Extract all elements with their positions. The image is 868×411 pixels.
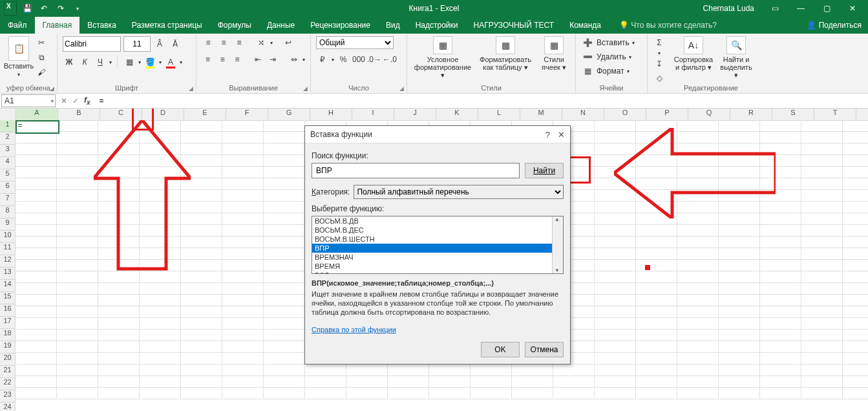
user-name[interactable]: Chernata Luda (703, 4, 754, 13)
cell[interactable] (801, 306, 843, 318)
cell[interactable] (843, 341, 868, 353)
dialog-titlebar[interactable]: Вставка функции ? ✕ (305, 126, 570, 143)
cell[interactable] (98, 271, 140, 283)
increase-decimal-icon[interactable]: .0→ (368, 53, 381, 66)
cell[interactable] (843, 155, 868, 167)
decrease-font-icon[interactable]: Ǎ (169, 37, 182, 50)
cell[interactable] (16, 271, 57, 283)
cell[interactable] (801, 190, 843, 202)
cell[interactable] (57, 318, 98, 330)
cell[interactable] (801, 376, 843, 388)
cell[interactable] (264, 364, 305, 376)
cell[interactable] (677, 213, 719, 225)
cell[interactable] (512, 376, 553, 388)
cell[interactable] (843, 271, 868, 283)
cell[interactable] (98, 225, 140, 237)
dialog-help-icon[interactable]: ? (545, 130, 550, 140)
cell[interactable] (760, 143, 801, 155)
cell[interactable] (98, 132, 140, 143)
comma-format-icon[interactable]: 000 (352, 53, 365, 66)
cell[interactable] (760, 132, 801, 143)
row-header[interactable]: 16 (0, 304, 16, 317)
cell[interactable] (719, 248, 760, 260)
cell[interactable] (429, 388, 471, 399)
autosum-icon[interactable]: Σ (653, 36, 666, 49)
cancel-button[interactable]: Отмена (525, 342, 564, 357)
close-icon[interactable]: ✕ (841, 4, 864, 13)
row-header[interactable]: 8 (0, 206, 16, 218)
cell[interactable] (222, 318, 264, 330)
cell[interactable] (264, 225, 305, 237)
cell[interactable] (801, 330, 843, 341)
cell[interactable] (181, 260, 222, 271)
cell[interactable] (595, 318, 636, 330)
cell[interactable] (98, 283, 140, 295)
cell[interactable] (636, 237, 677, 248)
cell[interactable] (57, 178, 98, 190)
cell[interactable] (719, 376, 760, 388)
tab-команда[interactable]: Команда (562, 17, 609, 34)
cell[interactable] (346, 364, 388, 376)
cell[interactable] (843, 202, 868, 213)
cell[interactable] (843, 190, 868, 202)
cell[interactable] (636, 271, 677, 283)
align-bottom-icon[interactable]: ≡ (233, 36, 246, 49)
cell[interactable] (760, 237, 801, 248)
category-select[interactable]: Полный алфавитный перечень (354, 185, 564, 199)
cell[interactable] (801, 225, 843, 237)
save-icon[interactable]: 💾 (21, 2, 34, 15)
cell[interactable] (595, 271, 636, 283)
cell[interactable] (222, 341, 264, 353)
cell[interactable] (140, 364, 181, 376)
cell[interactable] (222, 237, 264, 248)
cell[interactable] (801, 167, 843, 178)
cell[interactable] (677, 306, 719, 318)
tab-формулы[interactable]: Формулы (210, 17, 259, 34)
cell[interactable] (305, 388, 346, 399)
cell[interactable] (636, 155, 677, 167)
cell[interactable] (760, 225, 801, 237)
cell[interactable] (760, 120, 801, 132)
tab-вставка[interactable]: Вставка (79, 17, 124, 34)
cell[interactable] (57, 388, 98, 399)
cell[interactable] (181, 143, 222, 155)
cell[interactable] (843, 132, 868, 143)
cell[interactable] (181, 178, 222, 190)
cell[interactable] (760, 283, 801, 295)
enter-formula-icon[interactable]: ✓ (72, 96, 79, 105)
font-color-icon[interactable]: A (164, 56, 177, 68)
cell[interactable] (98, 353, 140, 364)
cell[interactable] (16, 202, 57, 213)
cell[interactable] (636, 120, 677, 132)
cell[interactable] (222, 364, 264, 376)
italic-icon[interactable]: К (78, 56, 91, 68)
cell[interactable] (57, 190, 98, 202)
cell[interactable] (595, 120, 636, 132)
cell[interactable] (677, 237, 719, 248)
cell[interactable] (57, 155, 98, 167)
column-header[interactable]: D (142, 109, 184, 121)
cell[interactable] (16, 376, 57, 388)
cell[interactable] (719, 271, 760, 283)
cell[interactable] (57, 341, 98, 353)
cell[interactable] (181, 225, 222, 237)
cell[interactable] (16, 341, 57, 353)
cell[interactable] (843, 237, 868, 248)
cell[interactable] (264, 190, 305, 202)
column-header[interactable]: N (562, 109, 604, 121)
cell[interactable] (346, 376, 388, 388)
cell[interactable] (595, 353, 636, 364)
cell[interactable] (719, 178, 760, 190)
cell[interactable] (719, 341, 760, 353)
cell[interactable] (760, 202, 801, 213)
cell[interactable] (719, 132, 760, 143)
cell[interactable] (843, 260, 868, 271)
cell[interactable] (636, 225, 677, 237)
share-button[interactable]: 👤 Поделиться (807, 17, 862, 34)
cell[interactable] (98, 143, 140, 155)
cell[interactable] (719, 167, 760, 178)
cell[interactable] (719, 143, 760, 155)
cell[interactable] (843, 318, 868, 330)
cell[interactable] (801, 271, 843, 283)
cell[interactable] (16, 167, 57, 178)
